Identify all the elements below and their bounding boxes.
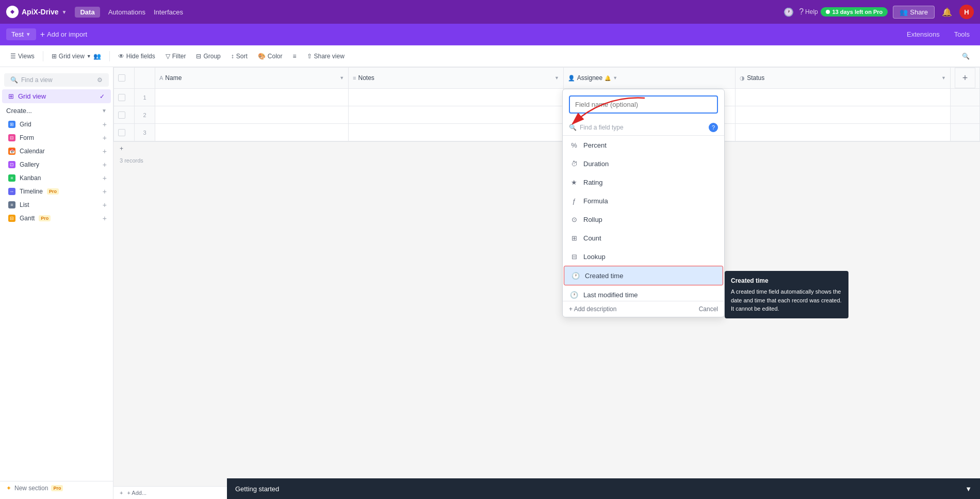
sidebar-item-kanban[interactable]: ≡Kanban+ bbox=[0, 171, 113, 185]
row-status-3[interactable] bbox=[736, 124, 951, 141]
row-check-1[interactable] bbox=[114, 89, 135, 106]
field-item-duration[interactable]: ⏱Duration bbox=[563, 154, 724, 173]
create-section[interactable]: Create... ▼ bbox=[0, 104, 113, 118]
add-row-button[interactable]: + bbox=[113, 141, 980, 155]
share-button[interactable]: 👥 Share bbox=[893, 6, 935, 19]
add-column-button[interactable]: + bbox=[955, 68, 975, 88]
nav-interfaces[interactable]: Interfaces bbox=[154, 8, 183, 16]
field-panel: 🔍 ? %Percent⏱Duration★RatingƒFormula⊙Rol… bbox=[562, 89, 725, 317]
getting-started-collapse-icon[interactable]: ▼ bbox=[965, 485, 972, 493]
calendar-add-icon[interactable]: + bbox=[103, 147, 107, 155]
col-notes-header[interactable]: ≡ Notes ▼ bbox=[349, 68, 564, 89]
table-row[interactable]: 3 bbox=[114, 124, 980, 141]
row-notes-1[interactable] bbox=[349, 89, 564, 106]
col-name-dropdown-icon[interactable]: ▼ bbox=[339, 75, 344, 81]
pro-badge[interactable]: 13 days left on Pro bbox=[821, 7, 888, 17]
add-import-button[interactable]: + Add or import bbox=[40, 30, 87, 39]
grid-view-button[interactable]: ⊞ Grid view ▼ 👥 bbox=[47, 51, 105, 62]
col-status-header[interactable]: ◑ Status ▼ bbox=[736, 68, 951, 89]
field-type-search-input[interactable] bbox=[580, 124, 706, 131]
field-name-input[interactable] bbox=[569, 95, 718, 114]
notifications-icon[interactable]: 🔔 bbox=[940, 5, 954, 19]
col-name-type-icon: A bbox=[159, 75, 163, 81]
field-item-last_modified_time[interactable]: 🕐Last modified time bbox=[563, 285, 724, 301]
current-tab[interactable]: Test ▼ bbox=[6, 28, 36, 40]
row-name-2[interactable] bbox=[155, 106, 349, 124]
add-description-button[interactable]: + Add description bbox=[569, 305, 616, 313]
hide-fields-button[interactable]: 👁 Hide fields bbox=[114, 51, 159, 62]
sidebar-item-timeline[interactable]: ↔TimelinePro+ bbox=[0, 185, 113, 198]
col-status-dropdown-icon[interactable]: ▼ bbox=[941, 75, 946, 81]
new-section-button[interactable]: ✦ New section Pro bbox=[0, 481, 113, 495]
sidebar-item-list[interactable]: ≡List+ bbox=[0, 198, 113, 212]
row-notes-3[interactable] bbox=[349, 124, 564, 141]
sidebar-item-gantt[interactable]: ⊟GanttPro+ bbox=[0, 212, 113, 225]
user-avatar[interactable]: H bbox=[959, 5, 974, 19]
col-check-header[interactable] bbox=[114, 68, 135, 89]
field-item-formula[interactable]: ƒFormula bbox=[563, 191, 724, 210]
field-item-count[interactable]: ⊞Count bbox=[563, 229, 724, 247]
tools-button[interactable]: Tools bbox=[950, 28, 974, 40]
sidebar-settings-icon[interactable]: ⚙ bbox=[97, 76, 103, 84]
row-name-1[interactable] bbox=[155, 89, 349, 106]
col-assignee-dropdown-icon[interactable]: ▼ bbox=[613, 75, 617, 81]
sidebar-item-gallery[interactable]: ⊡Gallery+ bbox=[0, 158, 113, 171]
grid-table[interactable]: A Name ▼ ≡ Notes ▼ bbox=[113, 67, 980, 486]
row-checkbox-2[interactable] bbox=[118, 111, 125, 119]
row-check-2[interactable] bbox=[114, 106, 135, 124]
col-assignee-header[interactable]: 👤 Assignee 🔔 ▼ bbox=[563, 68, 735, 89]
sidebar-search[interactable]: 🔍 Find a view ⚙ bbox=[4, 73, 109, 87]
kanban-add-icon[interactable]: + bbox=[103, 174, 107, 182]
extensions-button[interactable]: Extensions bbox=[903, 28, 944, 40]
nav-data[interactable]: Data bbox=[75, 7, 100, 18]
sidebar-item-grid[interactable]: ⊞Grid+ bbox=[0, 118, 113, 131]
share-view-button[interactable]: ⇧ Share view bbox=[303, 51, 349, 62]
add-row-bottom-icon[interactable]: + bbox=[120, 490, 123, 496]
views-button[interactable]: ☰ Views bbox=[6, 51, 39, 62]
gantt-add-icon[interactable]: + bbox=[103, 214, 107, 222]
row-checkbox-1[interactable] bbox=[118, 94, 125, 101]
history-icon[interactable]: 🕐 bbox=[781, 5, 796, 19]
field-item-rating[interactable]: ★Rating bbox=[563, 173, 724, 191]
row-checkbox-3[interactable] bbox=[118, 129, 125, 136]
sort-button[interactable]: ↕ Sort bbox=[227, 51, 252, 62]
row-height-button[interactable]: ≡ bbox=[289, 51, 301, 62]
header-checkbox[interactable] bbox=[118, 74, 125, 82]
col-notes-dropdown-icon[interactable]: ▼ bbox=[554, 75, 559, 81]
color-button[interactable]: 🎨 Color bbox=[254, 51, 287, 62]
help-button[interactable]: ? Help bbox=[801, 5, 815, 19]
help-icon[interactable]: ? bbox=[709, 123, 718, 132]
add-bottom-label[interactable]: + Add... bbox=[127, 490, 146, 496]
list-add-icon[interactable]: + bbox=[103, 201, 107, 209]
cancel-button[interactable]: Cancel bbox=[699, 305, 718, 313]
field-item-percent[interactable]: %Percent bbox=[563, 136, 724, 154]
table-row[interactable]: 1 bbox=[114, 89, 980, 106]
field-item-lookup[interactable]: ⊟Lookup bbox=[563, 247, 724, 266]
sidebar-item-form[interactable]: ⊟Form+ bbox=[0, 131, 113, 144]
row-name-3[interactable] bbox=[155, 124, 349, 141]
field-item-rollup[interactable]: ⊙Rollup bbox=[563, 210, 724, 229]
gallery-add-icon[interactable]: + bbox=[103, 160, 107, 169]
filter-button[interactable]: ▽ Filter bbox=[161, 51, 190, 62]
row-extra-3 bbox=[951, 124, 980, 141]
row-status-2[interactable] bbox=[736, 106, 951, 124]
col-name-header[interactable]: A Name ▼ bbox=[155, 68, 349, 89]
timeline-add-icon[interactable]: + bbox=[103, 187, 107, 196]
row-status-1[interactable] bbox=[736, 89, 951, 106]
logo-area[interactable]: ApiX-Drive ▼ bbox=[6, 6, 67, 18]
form-add-icon[interactable]: + bbox=[103, 134, 107, 142]
col-add-header[interactable]: + bbox=[951, 68, 980, 89]
sidebar-item-calendar[interactable]: 📅Calendar+ bbox=[0, 144, 113, 158]
col-assignee-bell-icon[interactable]: 🔔 bbox=[605, 75, 611, 81]
grid-add-icon[interactable]: + bbox=[103, 120, 107, 128]
row-notes-2[interactable] bbox=[349, 106, 564, 124]
getting-started-bar[interactable]: Getting started ▼ bbox=[227, 478, 980, 499]
app-dropdown-icon[interactable]: ▼ bbox=[62, 9, 67, 15]
sidebar-grid-view[interactable]: ⊞ Grid view ✓ bbox=[2, 89, 111, 103]
field-item-created_time[interactable]: 🕐Created time bbox=[564, 266, 723, 285]
group-button[interactable]: ⊟ Group bbox=[192, 51, 224, 62]
nav-automations[interactable]: Automations bbox=[108, 8, 145, 16]
row-check-3[interactable] bbox=[114, 124, 135, 141]
search-button[interactable]: 🔍 bbox=[958, 51, 974, 62]
table-row[interactable]: 2 bbox=[114, 106, 980, 124]
